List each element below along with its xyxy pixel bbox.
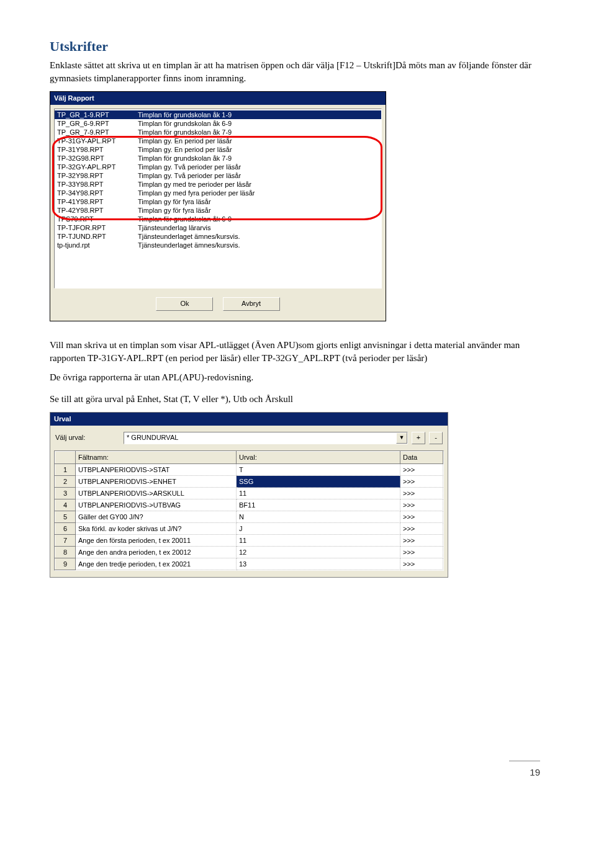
paragraph-1: Enklaste sättet att skriva ut en timplan… xyxy=(50,59,546,85)
cell-data-link[interactable]: >>> xyxy=(400,488,443,499)
page-number: 19 xyxy=(50,766,540,779)
report-dialog-title: Välj Rapport xyxy=(50,92,386,105)
cancel-button[interactable]: Avbryt xyxy=(223,297,280,310)
grid-row[interactable]: 3 UTBPLANPERIODVIS->ARSKULL 11 >>> xyxy=(55,488,443,499)
report-row[interactable]: TPS79.RPTTimplan för grundskolan åk 6-9 xyxy=(55,215,381,223)
grid-row[interactable]: 5 Gäller det GY00 J/N? N >>> xyxy=(55,511,443,523)
report-row[interactable]: TP-34Y98.RPTTimplan gy med fyra perioder… xyxy=(55,189,381,197)
report-file: TP-32Y98.RPT xyxy=(57,171,138,180)
grid-row[interactable]: 6 Ska förkl. av koder skrivas ut J/N? J … xyxy=(55,523,443,535)
urval-dialog-title: Urval xyxy=(50,413,448,426)
report-row[interactable]: TP-42Y98.RPTTimplan gy för fyra läsår xyxy=(55,206,381,215)
report-file: TP-33Y98.RPT xyxy=(57,180,138,189)
urval-dropdown[interactable]: * GRUNDURVAL ▼ xyxy=(124,432,408,444)
paragraph-3: De övriga rapporterna är utan APL(APU)-r… xyxy=(50,371,546,384)
report-row[interactable]: TP_GR_1-9.RPT Timplan för grundskolan åk… xyxy=(55,110,381,119)
urval-dropdown-value: * GRUNDURVAL xyxy=(127,433,396,442)
row-number: 9 xyxy=(55,558,76,570)
urval-grid[interactable]: Fältnamn: Urval: Data 1 UTBPLANPERIODVIS… xyxy=(54,450,444,571)
grid-row[interactable]: 9 Ange den tredje perioden, t ex 20021 1… xyxy=(55,558,443,570)
cell-field[interactable]: UTBPLANPERIODVIS->STAT xyxy=(76,464,237,476)
cell-urval[interactable]: 11 xyxy=(237,488,400,499)
report-desc: Timplan gy för fyra läsår xyxy=(138,206,211,215)
cell-field[interactable]: UTBPLANPERIODVIS->ENHET xyxy=(76,476,237,488)
cell-urval[interactable]: N xyxy=(237,511,400,523)
cell-urval[interactable]: 12 xyxy=(237,547,400,558)
cell-urval[interactable]: 11 xyxy=(237,535,400,547)
row-number: 3 xyxy=(55,488,76,499)
report-listbox[interactable]: TP_GR_1-9.RPT Timplan för grundskolan åk… xyxy=(54,109,382,289)
cell-data-link[interactable]: >>> xyxy=(400,476,443,488)
section-heading: Utskrifter xyxy=(50,37,546,56)
col-fieldname: Fältnamn: xyxy=(76,451,237,463)
grid-row[interactable]: 8 Ange den andra perioden, t ex 20012 12… xyxy=(55,547,443,558)
report-desc: Timplan gy. En period per läsår xyxy=(138,145,232,154)
chevron-down-icon[interactable]: ▼ xyxy=(396,432,407,444)
grid-row[interactable]: 7 Ange den första perioden, t ex 20011 1… xyxy=(55,535,443,547)
cell-data-link[interactable]: >>> xyxy=(400,558,443,570)
report-file: TP-32G98.RPT xyxy=(57,154,138,163)
report-desc: Timplan för grundskolan åk 7-9 xyxy=(138,154,232,163)
report-desc: Timplan gy. En period per läsår xyxy=(138,136,232,145)
add-urval-button[interactable]: + xyxy=(412,432,425,444)
report-row[interactable]: TP_GR_6-9.RPTTimplan för grundskolan åk … xyxy=(55,119,381,128)
cell-field[interactable]: Ange den första perioden, t ex 20011 xyxy=(76,535,237,547)
report-row[interactable]: TP-32G98.RPTTimplan för grundskolan åk 7… xyxy=(55,154,381,163)
report-file: TP-TJFOR.RPT xyxy=(57,223,138,232)
report-row[interactable]: tp-tjund.rptTjänsteunderlaget ämnes/kurs… xyxy=(55,241,381,249)
cell-data-link[interactable]: >>> xyxy=(400,523,443,535)
cell-data-link[interactable]: >>> xyxy=(400,547,443,558)
remove-urval-button[interactable]: - xyxy=(429,432,443,444)
grid-row[interactable]: 1 UTBPLANPERIODVIS->STAT T >>> xyxy=(55,464,443,476)
cell-data-link[interactable]: >>> xyxy=(400,499,443,511)
report-desc: Timplan för grundskolan åk 1-9 xyxy=(138,110,232,119)
cell-urval[interactable]: SSG xyxy=(237,476,400,488)
cell-urval[interactable]: 13 xyxy=(237,558,400,570)
report-file: TP-31GY-APL.RPT xyxy=(57,136,138,145)
cell-field[interactable]: UTBPLANPERIODVIS->ARSKULL xyxy=(76,488,237,499)
report-row[interactable]: TP-33Y98.RPTTimplan gy med tre perioder … xyxy=(55,180,381,189)
cell-data-link[interactable]: >>> xyxy=(400,464,443,476)
select-urval-label: Välj urval: xyxy=(55,433,124,442)
report-file: TP-TJUND.RPT xyxy=(57,232,138,241)
report-row[interactable]: TP_GR_7-9.RPTTimplan för grundskolan åk … xyxy=(55,128,381,136)
report-row[interactable]: TP-31GY-APL.RPTTimplan gy. En period per… xyxy=(55,136,381,145)
urval-dialog: Urval Välj urval: * GRUNDURVAL ▼ + - Fäl… xyxy=(50,412,448,578)
report-file: TPS79.RPT xyxy=(57,215,138,223)
report-row[interactable]: TP-TJFOR.RPTTjänsteunderlag lärarvis xyxy=(55,223,381,232)
row-number: 4 xyxy=(55,499,76,511)
cell-urval[interactable]: T xyxy=(237,464,400,476)
cell-urval[interactable]: BF11 xyxy=(237,499,400,511)
report-row[interactable]: TP-41Y98.RPTTimplan gy för fyra läsår xyxy=(55,197,381,206)
report-row[interactable]: TP-32Y98.RPTTimplan gy. Två perioder per… xyxy=(55,171,381,180)
report-file: TP-41Y98.RPT xyxy=(57,197,138,206)
report-file: TP-42Y98.RPT xyxy=(57,206,138,215)
cell-data-link[interactable]: >>> xyxy=(400,511,443,523)
row-number: 7 xyxy=(55,535,76,547)
cell-field[interactable]: Ange den tredje perioden, t ex 20021 xyxy=(76,558,237,570)
report-desc: Tjänsteunderlaget ämnes/kursvis. xyxy=(138,241,240,249)
report-desc: Tjänsteunderlag lärarvis xyxy=(138,223,210,232)
cell-field[interactable]: Gäller det GY00 J/N? xyxy=(76,511,237,523)
cell-field[interactable]: Ange den andra perioden, t ex 20012 xyxy=(76,547,237,558)
report-desc: Timplan gy. Två perioder per läsår xyxy=(138,163,241,171)
cell-field[interactable]: UTBPLANPERIODVIS->UTBVAG xyxy=(76,499,237,511)
report-file: TP_GR_7-9.RPT xyxy=(57,128,138,136)
row-number: 8 xyxy=(55,547,76,558)
cell-urval[interactable]: J xyxy=(237,523,400,535)
grid-row[interactable]: 2 UTBPLANPERIODVIS->ENHET SSG >>> xyxy=(55,476,443,488)
ok-button[interactable]: Ok xyxy=(156,297,213,310)
paragraph-2: Vill man skriva ut en timplan som visar … xyxy=(50,339,546,365)
grid-row[interactable]: 4 UTBPLANPERIODVIS->UTBVAG BF11 >>> xyxy=(55,499,443,511)
report-file: TP-32GY-APL.RPT xyxy=(57,163,138,171)
report-row[interactable]: TP-TJUND.RPTTjänsteunderlaget ämnes/kurs… xyxy=(55,232,381,241)
report-dialog: Välj Rapport TP_GR_1-9.RPT Timplan för g… xyxy=(50,91,386,321)
cell-field[interactable]: Ska förkl. av koder skrivas ut J/N? xyxy=(76,523,237,535)
cell-data-link[interactable]: >>> xyxy=(400,535,443,547)
report-row[interactable]: TP-32GY-APL.RPTTimplan gy. Två perioder … xyxy=(55,163,381,171)
report-desc: Timplan för grundskolan åk 6-9 xyxy=(138,215,232,223)
report-row[interactable]: TP-31Y98.RPTTimplan gy. En period per lä… xyxy=(55,145,381,154)
report-file: TP-31Y98.RPT xyxy=(57,145,138,154)
paragraph-4: Se till att göra urval på Enhet, Stat (T… xyxy=(50,393,546,406)
report-desc: Tjänsteunderlaget ämnes/kursvis. xyxy=(138,232,240,241)
